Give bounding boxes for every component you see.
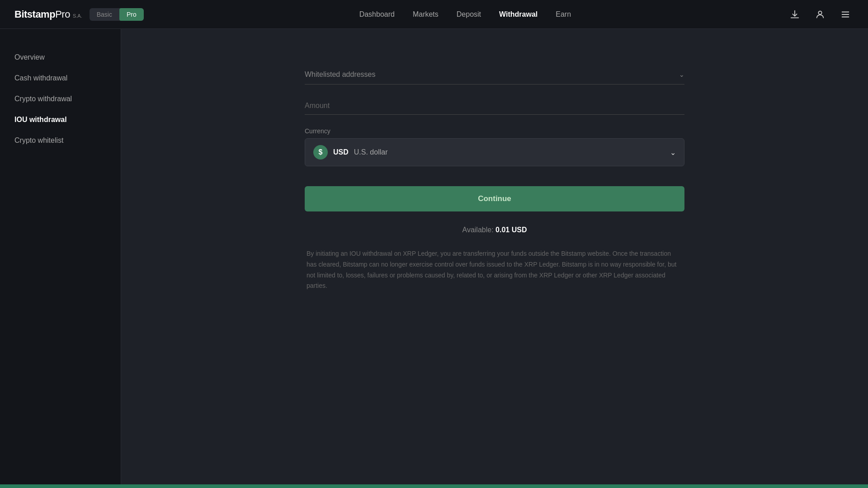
header: BitstampPro S.A. Basic Pro Dashboard Mar… <box>0 0 868 29</box>
content-area: Whitelisted addresses ⌄ Currency $ USD U… <box>305 65 684 466</box>
sidebar-item-iou-withdrawal[interactable]: IOU withdrawal <box>0 109 121 130</box>
sidebar-item-crypto-whitelist[interactable]: Crypto whitelist <box>0 130 121 151</box>
continue-button[interactable]: Continue <box>305 186 684 211</box>
available-amount: 0.01 USD <box>495 226 527 234</box>
main-content: Whitelisted addresses ⌄ Currency $ USD U… <box>121 29 868 484</box>
currency-group: Currency $ USD U.S. dollar ⌄ <box>305 127 684 166</box>
currency-chevron-icon: ⌄ <box>670 148 676 157</box>
sidebar-item-cash-withdrawal[interactable]: Cash withdrawal <box>0 68 121 89</box>
currency-code: USD <box>333 148 349 156</box>
nav-deposit[interactable]: Deposit <box>457 10 481 19</box>
whitelisted-addresses-group: Whitelisted addresses ⌄ <box>305 65 684 84</box>
header-nav: Dashboard Markets Deposit Withdrawal Ear… <box>359 10 571 19</box>
settings-icon[interactable] <box>837 6 854 23</box>
amount-input[interactable] <box>305 102 684 110</box>
header-actions <box>787 6 854 23</box>
logo-bitstamp: BitstampPro <box>14 9 70 20</box>
currency-left: $ USD U.S. dollar <box>313 145 387 160</box>
download-icon[interactable] <box>787 6 803 23</box>
nav-earn[interactable]: Earn <box>556 10 571 19</box>
available-label: Available: <box>462 226 494 234</box>
user-icon[interactable] <box>812 6 828 23</box>
bottom-bar <box>0 484 868 488</box>
svg-point-0 <box>818 11 821 14</box>
sidebar-item-crypto-withdrawal[interactable]: Crypto withdrawal <box>0 89 121 109</box>
chevron-down-icon: ⌄ <box>679 71 684 78</box>
nav-withdrawal[interactable]: Withdrawal <box>499 10 538 19</box>
header-left: BitstampPro S.A. Basic Pro <box>14 8 144 21</box>
amount-input-wrapper <box>305 97 684 115</box>
layout: Overview Cash withdrawal Crypto withdraw… <box>0 29 868 484</box>
available-section: Available: 0.01 USD <box>305 226 684 234</box>
nav-markets[interactable]: Markets <box>413 10 439 19</box>
logo: BitstampPro S.A. <box>14 9 82 20</box>
basic-mode-button[interactable]: Basic <box>90 8 119 21</box>
amount-group <box>305 97 684 115</box>
nav-dashboard[interactable]: Dashboard <box>359 10 395 19</box>
disclaimer-text: By initiating an IOU withdrawal on XRP L… <box>305 249 684 291</box>
currency-selector[interactable]: $ USD U.S. dollar ⌄ <box>305 138 684 166</box>
sidebar-item-overview[interactable]: Overview <box>0 47 121 68</box>
whitelisted-addresses-dropdown[interactable]: Whitelisted addresses ⌄ <box>305 65 684 84</box>
currency-label: Currency <box>305 127 684 135</box>
currency-name: U.S. dollar <box>354 148 388 156</box>
sidebar: Overview Cash withdrawal Crypto withdraw… <box>0 29 121 484</box>
pro-mode-button[interactable]: Pro <box>119 8 144 21</box>
whitelisted-addresses-label: Whitelisted addresses <box>305 70 376 79</box>
mode-toggle: Basic Pro <box>90 8 144 21</box>
currency-symbol: $ <box>313 145 328 160</box>
logo-sa: S.A. <box>73 13 82 19</box>
